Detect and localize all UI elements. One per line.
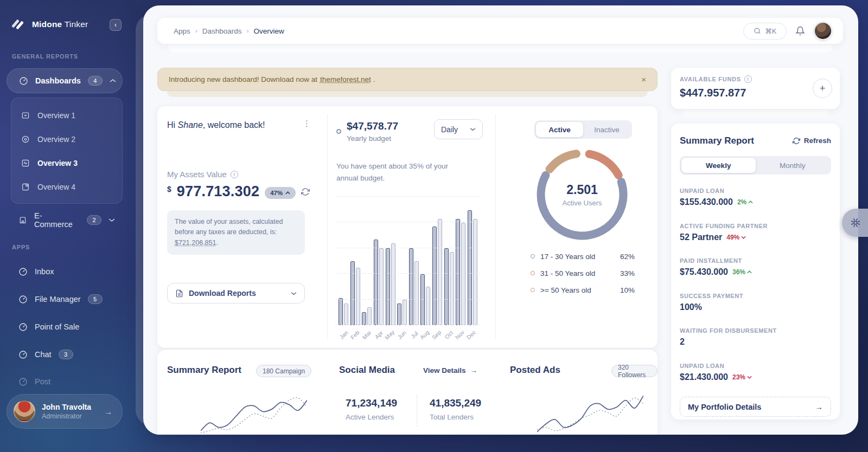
- funds-value: $447.957.877: [680, 87, 746, 99]
- assets-value: 977.713.302: [177, 183, 259, 200]
- info-icon[interactable]: !: [231, 171, 238, 178]
- metric-label: UNPAID LOAN: [680, 188, 831, 194]
- followers-badge: 320 Followers: [611, 365, 658, 377]
- banner-link[interactable]: themeforest.net: [320, 75, 371, 83]
- breadcrumb: Apps › Dashboards › Overview: [174, 27, 284, 35]
- download-reports-button[interactable]: Download Reports: [167, 283, 305, 304]
- sidebar-item-file-manager[interactable]: File Manager 5: [7, 288, 123, 310]
- brand-name-bold: Midone: [32, 20, 62, 29]
- breadcrumb-apps[interactable]: Apps: [174, 27, 190, 35]
- period-select[interactable]: Daily: [434, 119, 483, 139]
- sidebar-item-point-of-sale[interactable]: Point of Sale: [7, 316, 123, 338]
- bar-group: [374, 240, 384, 325]
- assets-change-badge[interactable]: 47%: [265, 187, 296, 199]
- active-users-value: 2.501: [566, 183, 598, 197]
- metric-label: WAITING FOR DISBURSEMENT: [680, 327, 831, 334]
- assets-value-row: $ 977.713.302 47%: [167, 183, 310, 200]
- brand[interactable]: Midone Tinker: [12, 18, 88, 31]
- notifications-bell-icon[interactable]: [795, 26, 805, 36]
- settings-button[interactable]: [842, 209, 868, 237]
- assets-title: My Assets Value: [167, 170, 227, 179]
- add-funds-button[interactable]: +: [813, 79, 832, 98]
- greeting-prefix: Hi: [167, 120, 178, 130]
- metric-unpaid-loan-2: UNPAID LOAN $21.430.000 23%: [680, 363, 831, 382]
- profile-avatar[interactable]: [814, 22, 832, 40]
- metric-label: SUCCESS PAYMENT: [680, 293, 831, 299]
- search-input[interactable]: ⌘K: [743, 23, 787, 40]
- sidebar: Midone Tinker ‹ GENERAL REPORTS Dashboar…: [0, 0, 143, 452]
- axis-tick-label: Jan: [339, 327, 349, 341]
- breadcrumb-dashboards[interactable]: Dashboards: [202, 27, 242, 35]
- tab-active[interactable]: Active: [536, 122, 583, 137]
- sidebar-item-overview-4[interactable]: Overview 4: [11, 175, 122, 199]
- budget-label: Yearly budget: [347, 134, 391, 143]
- arrow-right-icon[interactable]: →: [104, 407, 112, 416]
- assets-note-text: The value of your assets, calculated bef…: [175, 218, 283, 236]
- view-details-label: View Details: [423, 366, 466, 374]
- sidebar-item-overview-1[interactable]: Overview 1: [11, 104, 122, 127]
- axis-tick-label: Dec: [467, 327, 477, 341]
- sidebar-item-inbox[interactable]: Inbox: [7, 261, 123, 282]
- assets-change-value: 47%: [270, 190, 283, 196]
- bottom-stats-panel: Summary Report 180 Campaign Social Media…: [157, 350, 658, 435]
- view-details-link[interactable]: View Details →: [423, 366, 477, 374]
- stat-label: Active Lenders: [346, 413, 397, 421]
- sidebar-item-overview-3[interactable]: Overview 3: [11, 151, 122, 175]
- kebab-menu-icon[interactable]: ⋮: [303, 119, 311, 127]
- sidebar-collapse-button[interactable]: ‹: [110, 19, 122, 31]
- portfolio-details-button[interactable]: My Portfolio Details →: [680, 397, 831, 417]
- assets-note: The value of your assets, calculated bef…: [167, 210, 305, 255]
- chevron-up-icon: [285, 191, 290, 195]
- app-badge: 3: [59, 350, 73, 359]
- app-badge: 5: [88, 294, 103, 304]
- tab-inactive[interactable]: Inactive: [583, 122, 630, 137]
- breadcrumb-overview: Overview: [254, 27, 284, 35]
- assets-title-row: My Assets Value !: [167, 170, 238, 179]
- assets-note-suffix: .: [216, 239, 218, 247]
- legend-label: 31 - 50 Years old: [540, 269, 595, 277]
- metric-label: ACTIVE FUNDING PARTNER: [680, 223, 831, 229]
- info-icon[interactable]: !: [744, 75, 752, 83]
- gauge-icon: [18, 295, 28, 304]
- tab-weekly[interactable]: Weekly: [681, 158, 756, 173]
- user-role: Administrator: [42, 412, 91, 420]
- submenu-label: Overview 4: [37, 183, 75, 191]
- submenu-label: Overview 3: [37, 159, 78, 167]
- axis-tick-label: Aug: [420, 327, 431, 341]
- sidebar-item-post[interactable]: Post: [7, 371, 123, 392]
- bar-group: [409, 248, 419, 325]
- axis-tick-label: Oct: [443, 327, 454, 341]
- summary-panel-title: Summary Report: [680, 135, 754, 146]
- arrow-right-icon: →: [470, 366, 478, 374]
- sidebar-user-card[interactable]: John Travolta Administrator →: [7, 394, 123, 429]
- dashboards-badge: 4: [88, 76, 103, 86]
- axis-tick-label: May: [385, 327, 396, 341]
- sidebar-item-dashboards[interactable]: Dashboards 4: [7, 68, 123, 93]
- sidebar-item-overview-2[interactable]: Overview 2: [11, 127, 122, 151]
- section-apps: APPS: [12, 244, 30, 250]
- tab-monthly[interactable]: Monthly: [756, 158, 830, 173]
- refresh-button[interactable]: Refresh: [793, 137, 831, 145]
- chevron-up-icon: [110, 79, 116, 83]
- posted-ads-title: Posted Ads: [510, 365, 560, 376]
- stat-total-lenders: 41,835,249 Total Lenders: [430, 397, 481, 421]
- metric-value: 2: [680, 337, 685, 347]
- refresh-icon[interactable]: [301, 188, 310, 196]
- chevron-up-icon: [748, 201, 753, 204]
- legend-item: >= 50 Years old 10%: [531, 285, 635, 295]
- metric-success-payment: SUCCESS PAYMENT 100%: [680, 293, 831, 312]
- sidebar-item-chat[interactable]: Chat 3: [7, 344, 123, 365]
- sidebar-item-label: Inbox: [35, 267, 54, 276]
- sidebar-item-ecommerce[interactable]: E-Commerce 2: [7, 209, 123, 231]
- legend-label: 17 - 30 Years old: [540, 253, 595, 261]
- topbar: Apps › Dashboards › Overview ⌘K: [157, 18, 843, 44]
- metric-value: $155.430.000: [680, 197, 733, 207]
- close-icon[interactable]: ×: [641, 75, 646, 84]
- gauge-icon: [18, 322, 28, 332]
- gear-icon: [850, 217, 861, 229]
- legend-value: 10%: [620, 286, 635, 294]
- social-media-title: Social Media: [339, 365, 395, 376]
- metric-change-up: 2%: [737, 198, 753, 206]
- store-icon: [18, 216, 27, 224]
- breadcrumb-separator: ›: [247, 27, 249, 35]
